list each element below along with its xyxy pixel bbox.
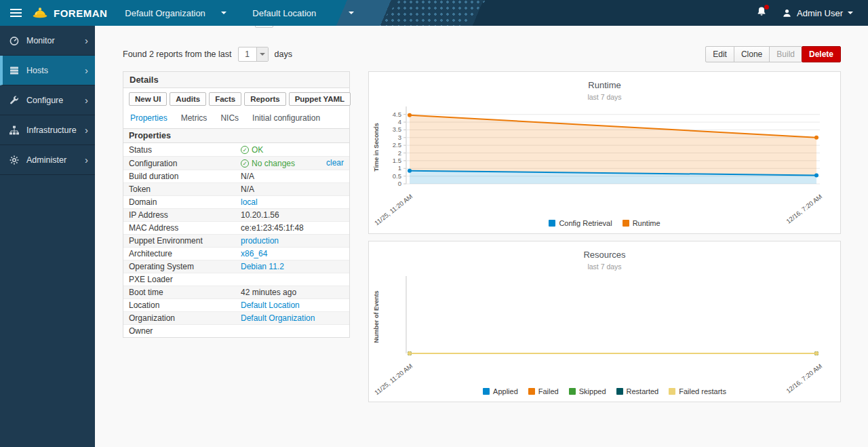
svg-text:0.5: 0.5 (393, 172, 401, 180)
tab-properties[interactable]: Properties (130, 113, 167, 123)
legend-item-config-retrieval[interactable]: Config Retrieval (549, 219, 612, 227)
resources-chart-panel: Resources last 7 days Number of Events11… (368, 241, 841, 402)
chevron-down-icon (349, 12, 354, 14)
property-value-link[interactable]: local (241, 197, 258, 207)
tab-nics[interactable]: NICs (220, 113, 239, 123)
property-label: Token (123, 183, 235, 196)
sitemap-icon (9, 125, 20, 136)
legend-swatch (623, 220, 629, 227)
build-button[interactable]: Build (769, 46, 802, 62)
property-label: Owner (123, 325, 235, 338)
organization-label: Default Organization (125, 8, 205, 18)
property-value-link[interactable]: Debian 11.2 (241, 262, 284, 271)
details-panel: Details New UIAuditsFactsReportsPuppet Y… (123, 71, 350, 338)
days-select-value: 1 (239, 47, 256, 61)
foreman-logo-icon (31, 6, 49, 20)
sidebar-item-configure[interactable]: Configure› (0, 85, 95, 115)
puppet-yaml-button[interactable]: Puppet YAML (289, 92, 351, 106)
details-buttons: New UIAuditsFactsReportsPuppet YAML (123, 88, 349, 110)
user-icon (782, 8, 792, 18)
tab-metrics[interactable]: Metrics (181, 113, 208, 123)
delete-button[interactable]: Delete (802, 46, 841, 62)
property-label: PXE Loader (123, 273, 235, 286)
table-row: Boot time42 minutes ago (123, 286, 349, 299)
runtime-chart-title: Runtime (369, 80, 840, 90)
legend-swatch (483, 388, 490, 395)
sidebar-item-infrastructure[interactable]: Infrastructure› (0, 115, 95, 145)
property-value: ce:e1:23:45:1f:48 (235, 222, 349, 235)
property-value-link[interactable]: production (241, 236, 279, 246)
server-icon (9, 65, 20, 76)
property-label: Domain (123, 196, 235, 209)
resources-chart-title: Resources (369, 250, 840, 260)
property-label: MAC Address (123, 222, 235, 235)
legend-swatch (528, 388, 535, 395)
legend-item-skipped[interactable]: Skipped (569, 387, 606, 395)
table-row: TokenN/A (123, 183, 349, 196)
location-switcher[interactable]: Default Location (252, 8, 354, 18)
legend-item-applied[interactable]: Applied (483, 387, 518, 395)
svg-text:1: 1 (398, 164, 401, 172)
legend-item-restarted[interactable]: Restarted (616, 387, 659, 395)
property-label: Architecture (123, 248, 235, 260)
property-label: Status (123, 143, 235, 157)
resources-chart-subtitle: last 7 days (369, 263, 840, 271)
legend-swatch (549, 220, 555, 227)
sidebar-item-monitor[interactable]: Monitor› (0, 26, 95, 56)
legend-item-failed-restarts[interactable]: Failed restarts (669, 387, 726, 395)
sidebar-item-hosts[interactable]: Hosts› (0, 56, 95, 85)
property-label: Puppet Environment (123, 235, 235, 248)
table-row: Operating SystemDebian 11.2 (123, 260, 349, 273)
property-value: N/A (235, 170, 349, 183)
property-value-link[interactable]: x86_64 (241, 249, 267, 258)
new-ui-button[interactable]: New UI (129, 92, 167, 106)
facts-button[interactable]: Facts (209, 92, 241, 106)
user-menu[interactable]: Admin User (782, 8, 853, 18)
brand-name: FOREMAN (54, 7, 107, 19)
table-row: IP Address10.20.1.56 (123, 209, 349, 222)
property-value: 10.20.1.56 (235, 209, 349, 222)
table-row: MAC Addressce:e1:23:45:1f:48 (123, 222, 349, 235)
svg-text:4.5: 4.5 (393, 111, 401, 118)
chevron-down-icon (848, 12, 853, 14)
days-select[interactable]: 1 (238, 47, 269, 62)
chevron-down-icon (256, 47, 268, 61)
tab-initial-configuration[interactable]: Initial configuration (252, 113, 320, 123)
svg-text:1.5: 1.5 (393, 157, 401, 164)
legend-item-runtime[interactable]: Runtime (623, 219, 660, 227)
table-row: Configuration✓No changesclear (123, 157, 349, 170)
legend-label: Failed (538, 387, 559, 395)
legend-label: Failed restarts (679, 387, 726, 395)
property-label: Boot time (123, 286, 235, 299)
table-row: PXE Loader (123, 273, 349, 286)
check-circle-icon: ✓ (241, 159, 249, 168)
legend-label: Applied (493, 387, 518, 395)
clone-button[interactable]: Clone (734, 46, 770, 62)
table-row: Puppet Environmentproduction (123, 235, 349, 248)
table-row: Architecturex86_64 (123, 248, 349, 260)
sidebar-item-administer[interactable]: Administer› (0, 145, 95, 175)
runtime-chart-legend: Config RetrievalRuntime (369, 219, 840, 227)
audits-button[interactable]: Audits (170, 92, 206, 106)
organization-switcher[interactable]: Default Organization (125, 8, 226, 18)
property-value: x86_64 (235, 248, 349, 260)
legend-swatch (616, 388, 623, 395)
property-value: N/A (235, 183, 349, 196)
user-name: Admin User (797, 8, 843, 18)
property-value-link[interactable]: Default Location (241, 300, 300, 310)
brand: FOREMAN (31, 6, 107, 20)
hamburger-menu-button[interactable] (0, 0, 31, 26)
chevron-right-icon: › (85, 35, 88, 45)
legend-swatch (669, 388, 675, 395)
svg-text:3.5: 3.5 (393, 125, 401, 133)
clear-link[interactable]: clear (326, 158, 344, 168)
chevron-right-icon: › (85, 65, 88, 75)
reports-button[interactable]: Reports (244, 92, 285, 106)
notifications-button[interactable] (756, 6, 767, 20)
edit-button[interactable]: Edit (705, 46, 734, 62)
legend-swatch (569, 388, 576, 395)
svg-text:2.5: 2.5 (393, 141, 401, 149)
property-value-link[interactable]: Default Organization (241, 313, 315, 323)
property-value: ✓OK (235, 143, 349, 157)
legend-item-failed[interactable]: Failed (528, 387, 559, 395)
